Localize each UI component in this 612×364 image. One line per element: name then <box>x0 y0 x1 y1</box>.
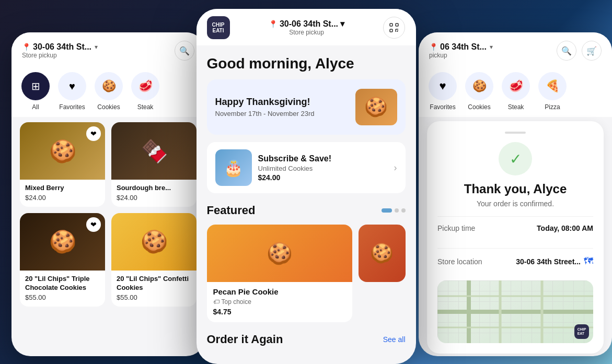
pin-icon: 📍 <box>22 43 31 51</box>
promo-banner: Happy Thanksgiving! November 17th - Nove… <box>207 79 406 135</box>
all-icon-wrap: ⊞ <box>21 72 50 100</box>
featured-title: Featured <box>207 204 256 217</box>
cat-steak-label: Steak <box>137 103 154 111</box>
right-cat-steak[interactable]: 🥩 Steak <box>500 72 532 111</box>
center-location-block[interactable]: 📍 30-06 34th St... ▾ Store pickup <box>269 19 344 36</box>
right-pizza-icon-wrap: 🍕 <box>538 72 567 100</box>
right-cat-cookies[interactable]: 🍪 Cookies <box>464 72 495 111</box>
right-location-text: 06 34th St... <box>440 42 487 52</box>
product-sourdough[interactable]: 🍫 Sourdough bre... $24.00 <box>111 122 197 207</box>
right-store-type: pickup <box>429 52 493 59</box>
all-icon: ⊞ <box>31 80 40 92</box>
left-search-button[interactable]: 🔍 <box>175 41 194 61</box>
right-cat-cookies-label: Cookies <box>468 103 490 111</box>
product-img-container-4: 🍪 <box>111 213 197 271</box>
store-location-value: 30-06 34th Street... <box>516 257 581 266</box>
center-content: Good morning, Alyce Happy Thanksgiving! … <box>197 45 416 364</box>
product-name-3: 20 "Lil Chips" Triple Chocolate Cookies <box>25 275 100 292</box>
app-logo: CHIPEATI <box>207 16 230 39</box>
right-cat-pizza-label: Pizza <box>545 103 560 111</box>
product-price-3: $55.00 <box>25 293 100 301</box>
drag-handle <box>505 132 526 134</box>
product-name-1: Mixed Berry <box>25 184 100 193</box>
store-location-label: Store location <box>437 257 482 266</box>
steak-icon-wrap: 🥩 <box>131 72 159 100</box>
cat-all-label: All <box>32 103 39 111</box>
subscribe-description: Unlimited Cookies <box>258 165 332 172</box>
right-cat-pizza[interactable]: 🍕 Pizza <box>537 72 568 111</box>
right-cart-button[interactable]: 🛒 <box>582 41 602 61</box>
favorite-badge-3[interactable]: ❤ <box>86 217 101 232</box>
map-icon[interactable]: 🗺 <box>584 256 593 267</box>
right-cat-favorites-label: Favorites <box>430 103 455 111</box>
product-img-container-3: 🍪 ❤ <box>20 213 105 271</box>
carousel-dots <box>382 208 406 213</box>
store-location-row: Store location 30-06 34th Street... 🗺 <box>437 248 593 274</box>
left-location-block: 📍 30-06 34th St... ▾ Store pickup <box>22 42 98 59</box>
thank-you-text: Thank you, Alyce <box>437 182 593 196</box>
check-icon: ✓ <box>510 150 522 168</box>
cat-all[interactable]: ⊞ All <box>20 72 51 111</box>
cat-favorites[interactable]: ♥ Favorites <box>56 72 88 111</box>
product-mixed-berry[interactable]: 🍪 ❤ Mixed Berry $24.00 <box>20 122 105 207</box>
left-location-text: 30-06 34th St... <box>33 42 91 52</box>
product-price-1: $24.00 <box>25 194 100 202</box>
product-image-4: 🍪 <box>111 213 197 271</box>
map-app-logo: CHIPEAT <box>574 324 589 339</box>
center-chevron-icon: ▾ <box>340 19 344 29</box>
product-name-2: Sourdough bre... <box>117 184 191 193</box>
product-info-4: 20 "Lil Chips" Confetti Cookies $55.00 <box>111 271 197 307</box>
subscribe-chevron-icon: › <box>394 162 397 173</box>
order-again-header: Order it Again See all <box>207 333 406 346</box>
cookies-icon: 🍪 <box>102 79 116 93</box>
featured-price-1: $4.75 <box>213 308 346 316</box>
svg-rect-0 <box>390 24 392 26</box>
right-cookies-icon-wrap: 🍪 <box>465 72 493 100</box>
check-circle: ✓ <box>499 142 532 175</box>
map-preview[interactable]: CHIPEAT <box>437 280 593 343</box>
right-heart-icon: ♥ <box>439 79 446 93</box>
right-steak-icon-wrap: 🥩 <box>502 72 530 100</box>
favorite-badge-1[interactable]: ❤ <box>86 126 101 141</box>
subscribe-title: Subscribe & Save! <box>258 154 332 163</box>
subscribe-image: 🎂 <box>215 149 252 186</box>
right-header-buttons: 🔍 🛒 <box>557 41 602 61</box>
dot-2 <box>395 208 399 213</box>
product-price-4: $55.00 <box>117 293 191 301</box>
scan-icon <box>389 22 399 33</box>
left-categories: ⊞ All ♥ Favorites 🍪 Cookies 🥩 Steak <box>11 67 205 117</box>
right-search-button[interactable]: 🔍 <box>557 41 576 61</box>
product-triple-choc[interactable]: 🍪 ❤ 20 "Lil Chips" Triple Chocolate Cook… <box>20 213 105 307</box>
right-cookies-icon: 🍪 <box>472 79 487 93</box>
featured-card-1[interactable]: 🍪 Pecan Pie Cookie 🏷 Top choice $4.75 <box>207 225 352 322</box>
subscribe-price: $24.00 <box>258 173 332 182</box>
scan-button[interactable] <box>383 17 405 39</box>
order-again-title: Order it Again <box>207 333 283 346</box>
see-all-link[interactable]: See all <box>383 335 406 344</box>
map-roads-svg <box>437 280 593 343</box>
promo-subtitle: November 17th - November 23rd <box>215 110 315 118</box>
right-categories: ♥ Favorites 🍪 Cookies 🥩 Steak 🍕 Pizza <box>419 67 612 117</box>
left-header: 📍 30-06 34th St... ▾ Store pickup 🔍 <box>11 32 205 67</box>
product-img-container-1: 🍪 ❤ <box>20 122 105 180</box>
heart-icon: ♥ <box>69 80 75 92</box>
featured-card-2[interactable]: 🍪 <box>359 225 406 282</box>
right-location-row[interactable]: 📍 06 34th St... ▾ <box>429 42 493 52</box>
favorites-icon-wrap: ♥ <box>58 72 86 100</box>
cookies-icon-wrap: 🍪 <box>95 72 123 100</box>
center-header: CHIPEATI 📍 30-06 34th St... ▾ Store pick… <box>197 9 416 45</box>
left-location-row[interactable]: 📍 30-06 34th St... ▾ <box>22 42 98 52</box>
subscribe-card[interactable]: 🎂 Subscribe & Save! Unlimited Cookies $2… <box>207 142 406 193</box>
featured-name-1: Pecan Pie Cookie <box>213 287 346 296</box>
svg-rect-2 <box>390 29 392 32</box>
steak-icon: 🥩 <box>138 79 153 93</box>
promo-text-block: Happy Thanksgiving! November 17th - Nove… <box>215 97 315 118</box>
pickup-time-value: Today, 08:00 AM <box>537 224 593 232</box>
top-choice-label: Top choice <box>222 298 251 306</box>
product-confetti[interactable]: 🍪 20 "Lil Chips" Confetti Cookies $55.00 <box>111 213 197 307</box>
center-location-top: 📍 30-06 34th St... ▾ <box>269 19 344 29</box>
product-name-4: 20 "Lil Chips" Confetti Cookies <box>117 275 191 292</box>
cat-steak[interactable]: 🥩 Steak <box>130 72 161 111</box>
cat-cookies[interactable]: 🍪 Cookies <box>93 72 124 111</box>
right-cat-favorites[interactable]: ♥ Favorites <box>427 72 458 111</box>
